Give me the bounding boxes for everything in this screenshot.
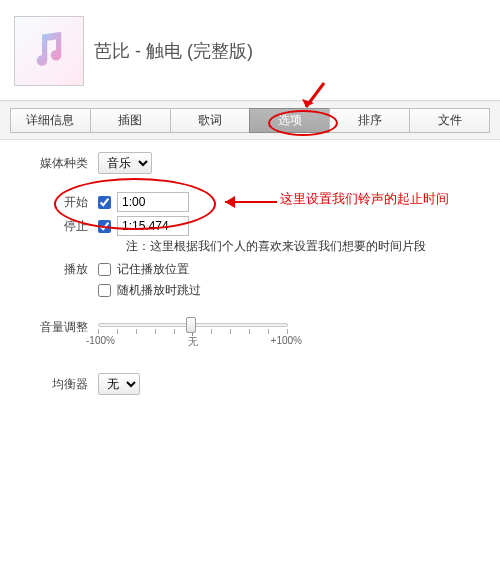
stop-checkbox[interactable] xyxy=(98,220,111,233)
volume-max-label: +100% xyxy=(271,335,302,349)
song-title: 芭比 - 触电 (完整版) xyxy=(94,39,253,63)
music-note-icon xyxy=(28,29,70,74)
start-label: 开始 xyxy=(10,194,98,211)
annotation-arrow-down-icon xyxy=(292,79,332,122)
remember-position-checkbox[interactable] xyxy=(98,263,111,276)
tab-file[interactable]: 文件 xyxy=(409,108,490,133)
tab-artwork[interactable]: 插图 xyxy=(90,108,170,133)
volume-slider-thumb[interactable] xyxy=(186,317,196,333)
tab-sorting[interactable]: 排序 xyxy=(329,108,409,133)
tab-lyrics[interactable]: 歌词 xyxy=(170,108,250,133)
media-type-label: 媒体种类 xyxy=(10,155,98,172)
stop-time-input[interactable] xyxy=(117,216,189,236)
skip-shuffle-label: 随机播放时跳过 xyxy=(117,282,201,299)
song-info-header: 芭比 - 触电 (完整版) xyxy=(0,0,500,101)
skip-shuffle-checkbox[interactable] xyxy=(98,284,111,297)
start-checkbox[interactable] xyxy=(98,196,111,209)
volume-mid-label: 无 xyxy=(188,335,198,349)
playback-label: 播放 xyxy=(10,261,98,278)
annotation-time-tip: 这里设置我们铃声的起止时间 xyxy=(280,190,449,208)
annotation-arrow-left-icon xyxy=(215,192,279,215)
volume-slider[interactable]: -100% 无 +100% xyxy=(98,315,288,351)
tabs-bar: 详细信息 插图 歌词 选项 排序 文件 xyxy=(0,101,500,140)
remember-position-label: 记住播放位置 xyxy=(117,261,189,278)
stop-label: 停止 xyxy=(10,218,98,235)
volume-min-label: -100% xyxy=(86,335,115,349)
equalizer-label: 均衡器 xyxy=(10,376,98,393)
volume-label: 音量调整 xyxy=(10,315,98,336)
media-type-select[interactable]: 音乐 xyxy=(98,152,152,174)
start-time-input[interactable] xyxy=(117,192,189,212)
equalizer-select[interactable]: 无 xyxy=(98,373,140,395)
song-artwork xyxy=(14,16,84,86)
tab-details[interactable]: 详细信息 xyxy=(10,108,90,133)
time-segment-note: 注：这里根据我们个人的喜欢来设置我们想要的时间片段 xyxy=(126,238,490,255)
